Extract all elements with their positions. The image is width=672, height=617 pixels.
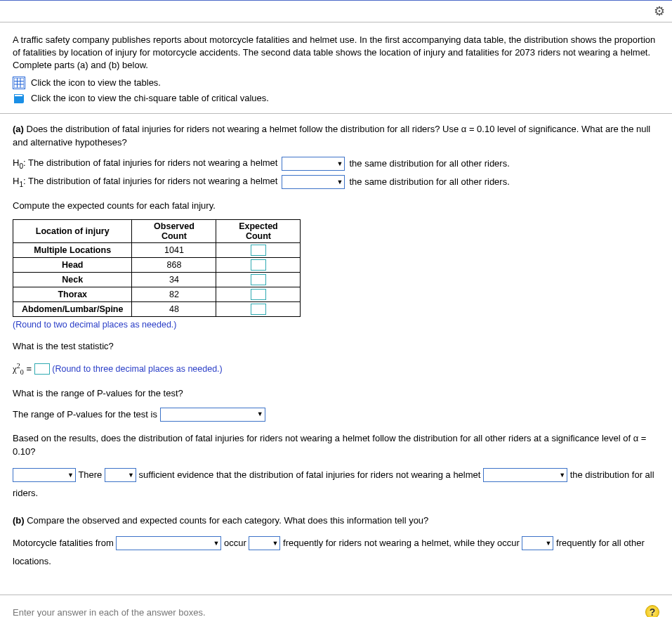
link-view-chisq[interactable]: Click the icon to view the chi-square ta… xyxy=(31,93,269,103)
expected-input-4[interactable] xyxy=(251,304,266,315)
problem-intro: A traffic safety company publishes repor… xyxy=(13,34,659,72)
partb-dd1[interactable] xyxy=(116,536,221,550)
book-icon[interactable] xyxy=(13,92,25,105)
expected-input-3[interactable] xyxy=(251,289,266,300)
table-row: Thorax 82 xyxy=(13,287,301,302)
answer-prompt: Enter your answer in each of the answer … xyxy=(13,607,206,617)
gear-icon[interactable]: ⚙ xyxy=(654,4,665,19)
counts-table: Location of injury Observed Count Expect… xyxy=(13,219,301,317)
link-view-tables[interactable]: Click the icon to view the tables. xyxy=(31,77,161,88)
table-row: Multiple Locations 1041 xyxy=(13,243,301,258)
svg-rect-0 xyxy=(14,78,24,88)
pvalue-line: The range of P-values for the test is xyxy=(13,408,659,422)
conclusion-lead: Based on the results, does the distribut… xyxy=(13,431,659,459)
expected-input-0[interactable] xyxy=(251,245,266,256)
h0-dropdown[interactable] xyxy=(282,157,345,171)
partb-dd3[interactable] xyxy=(522,536,553,550)
partb-dd2[interactable] xyxy=(249,536,280,550)
conclusion-fill: There sufficient evidence that the distr… xyxy=(13,466,659,502)
svg-rect-5 xyxy=(15,95,22,96)
hypothesis-h1: H1: The distribution of fatal injuries f… xyxy=(13,175,659,189)
expected-counts-heading: Compute the expected counts for each fat… xyxy=(13,199,659,213)
table-row: Abdomen/Lumbar/Spine 48 xyxy=(13,302,301,317)
help-icon[interactable]: ? xyxy=(645,605,659,617)
conclusion-dd3[interactable] xyxy=(483,468,567,482)
conclusion-dd1[interactable] xyxy=(13,468,76,482)
round-note-2dp: (Round to two decimal places as needed.) xyxy=(13,320,659,330)
expected-input-2[interactable] xyxy=(251,274,266,285)
table-row: Neck 34 xyxy=(13,273,301,287)
h1-dropdown[interactable] xyxy=(282,175,345,189)
conclusion-dd2[interactable] xyxy=(105,468,136,482)
test-stat-line: χ20 = (Round to three decimal places as … xyxy=(13,361,659,377)
hypothesis-h0: H0: The distribution of fatal injuries f… xyxy=(13,157,659,171)
part-b-question: (b) Compare the observed and expected co… xyxy=(13,514,659,528)
table-icon[interactable] xyxy=(13,77,25,89)
test-stat-q: What is the test statistic? xyxy=(13,339,659,353)
test-stat-input[interactable] xyxy=(34,363,50,375)
pvalue-dropdown[interactable] xyxy=(160,408,265,422)
expected-input-1[interactable] xyxy=(251,259,266,271)
table-row: Head 868 xyxy=(13,258,301,273)
part-a-question: (a) Does the distribution of fatal injur… xyxy=(13,122,659,150)
partb-fill: Motorcycle fatalities from occur frequen… xyxy=(13,534,659,571)
pvalue-q: What is the range of P-values for the te… xyxy=(13,387,659,401)
